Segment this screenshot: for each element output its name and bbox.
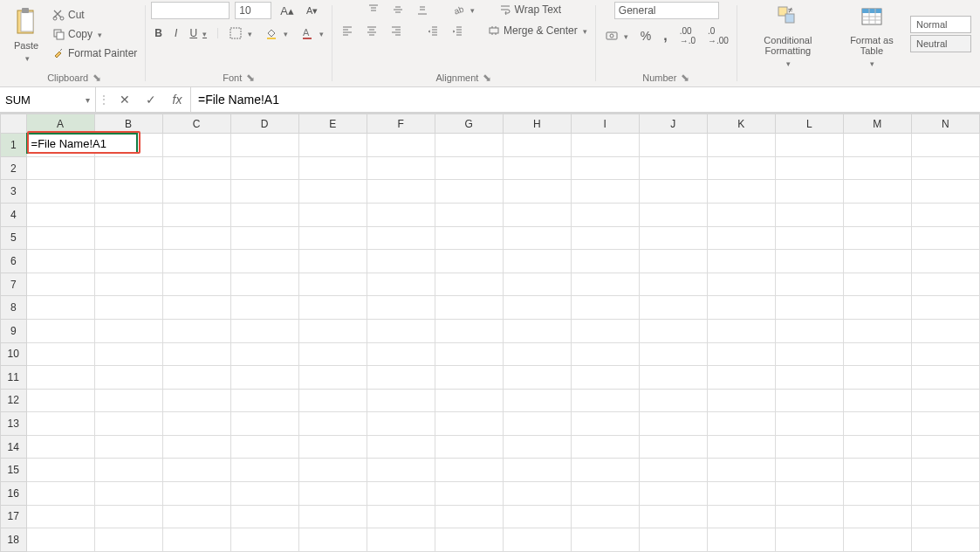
cell[interactable]: [843, 342, 911, 366]
decrease-indent-button[interactable]: [423, 23, 442, 38]
cell[interactable]: [162, 250, 230, 273]
cell[interactable]: [94, 459, 162, 482]
column-header[interactable]: G: [435, 114, 503, 134]
align-bottom-button[interactable]: [413, 2, 432, 17]
column-header[interactable]: M: [843, 114, 911, 134]
cell[interactable]: [298, 180, 367, 204]
cell[interactable]: [775, 389, 843, 412]
cell[interactable]: [775, 156, 843, 180]
cell[interactable]: [298, 156, 367, 180]
cell[interactable]: [571, 342, 639, 366]
cell[interactable]: [503, 319, 571, 342]
borders-button[interactable]: [225, 24, 256, 42]
cell[interactable]: [639, 505, 707, 528]
cell[interactable]: [94, 226, 162, 250]
cell[interactable]: [707, 389, 775, 412]
cell[interactable]: [503, 389, 571, 412]
cell[interactable]: [911, 459, 979, 482]
comma-button[interactable]: ,: [660, 26, 670, 45]
cell[interactable]: [26, 273, 94, 296]
cell[interactable]: [775, 203, 843, 226]
cell[interactable]: [26, 342, 94, 366]
row-header[interactable]: 13: [1, 412, 27, 436]
cell[interactable]: [639, 459, 707, 482]
cell[interactable]: [230, 296, 298, 320]
cell[interactable]: [571, 389, 639, 412]
cell[interactable]: [843, 180, 911, 204]
cancel-formula-button[interactable]: ✕: [112, 87, 138, 112]
conditional-formatting-button[interactable]: ≠ Conditional Formatting: [743, 0, 833, 68]
cell[interactable]: [230, 180, 298, 204]
font-name-combo[interactable]: [151, 2, 230, 19]
cell[interactable]: [639, 342, 707, 366]
row-header[interactable]: 11: [1, 366, 27, 390]
cell[interactable]: [298, 459, 367, 482]
cell[interactable]: [707, 366, 775, 390]
cell[interactable]: [435, 296, 503, 320]
wrap-text-button[interactable]: Wrap Text: [496, 2, 565, 17]
cell[interactable]: [639, 226, 707, 250]
cell[interactable]: [843, 528, 911, 552]
cell[interactable]: [94, 528, 162, 552]
cell[interactable]: [775, 528, 843, 552]
cell[interactable]: [639, 482, 707, 506]
row-header[interactable]: 9: [1, 319, 27, 342]
cell[interactable]: [298, 366, 367, 390]
cell[interactable]: [435, 412, 503, 436]
cell[interactable]: [843, 435, 911, 459]
cell[interactable]: [435, 273, 503, 296]
cell[interactable]: [571, 459, 639, 482]
cell[interactable]: [571, 180, 639, 204]
cell[interactable]: [94, 366, 162, 390]
decrease-font-button[interactable]: A▾: [303, 3, 321, 18]
underline-button[interactable]: U: [186, 25, 210, 41]
column-header[interactable]: A: [26, 114, 94, 134]
cell[interactable]: [707, 459, 775, 482]
cell[interactable]: [503, 528, 571, 552]
cell[interactable]: [911, 366, 979, 390]
cell[interactable]: [843, 203, 911, 226]
cell[interactable]: [26, 319, 94, 342]
row-header[interactable]: 7: [1, 273, 27, 296]
orientation-button[interactable]: ab: [449, 2, 478, 17]
cell[interactable]: [26, 389, 94, 412]
cell[interactable]: [571, 203, 639, 226]
cell[interactable]: [26, 482, 94, 506]
italic-button[interactable]: I: [171, 25, 181, 41]
cell[interactable]: [775, 296, 843, 320]
row-header[interactable]: 5: [1, 226, 27, 250]
cell[interactable]: [911, 250, 979, 273]
cell[interactable]: [775, 505, 843, 528]
cell[interactable]: [435, 180, 503, 204]
cell[interactable]: [435, 156, 503, 180]
cell[interactable]: [571, 435, 639, 459]
cell[interactable]: [639, 203, 707, 226]
cell[interactable]: [911, 389, 979, 412]
cell[interactable]: [775, 482, 843, 506]
cell[interactable]: [94, 435, 162, 459]
cell[interactable]: [94, 342, 162, 366]
cell[interactable]: [639, 156, 707, 180]
row-header[interactable]: 3: [1, 180, 27, 204]
cell[interactable]: [571, 412, 639, 436]
row-header[interactable]: 15: [1, 459, 27, 482]
cell-style-normal[interactable]: Normal: [910, 16, 971, 33]
cell[interactable]: [503, 342, 571, 366]
cell[interactable]: [298, 319, 367, 342]
cell[interactable]: [26, 180, 94, 204]
cell[interactable]: [503, 296, 571, 320]
cell[interactable]: [571, 319, 639, 342]
cell[interactable]: [367, 482, 435, 506]
cell[interactable]: [94, 412, 162, 436]
cell[interactable]: [26, 226, 94, 250]
cell[interactable]: [639, 273, 707, 296]
cell[interactable]: [230, 342, 298, 366]
cell[interactable]: [435, 203, 503, 226]
cell[interactable]: [298, 226, 367, 250]
cell[interactable]: [707, 296, 775, 320]
formula-input[interactable]: =File Name!A1: [190, 87, 980, 112]
cell[interactable]: [911, 435, 979, 459]
row-header[interactable]: 4: [1, 203, 27, 226]
cell[interactable]: [367, 342, 435, 366]
cell[interactable]: [367, 203, 435, 226]
